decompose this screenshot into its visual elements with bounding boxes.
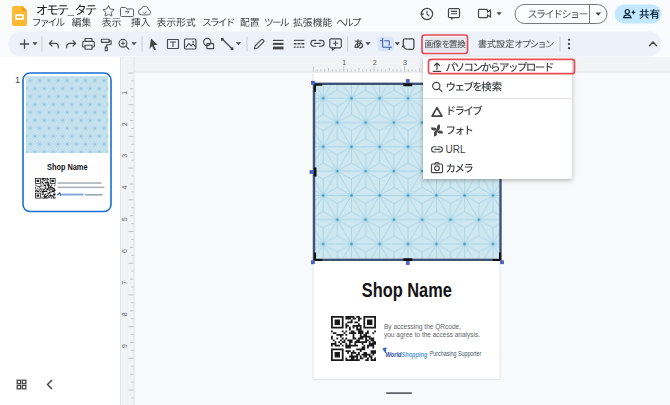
svg-text:you agree to the access analys: you agree to the access analysis. [384, 330, 480, 339]
svg-text:3: 3 [121, 154, 128, 158]
svg-text:4: 4 [121, 186, 128, 190]
svg-text:3: 3 [403, 59, 407, 66]
svg-text:6: 6 [121, 249, 128, 253]
svg-text:8: 8 [121, 312, 128, 316]
svg-text:2: 2 [121, 122, 128, 126]
svg-text:Purchasing Supporter: Purchasing Supporter [430, 350, 482, 358]
svg-text:1: 1 [342, 59, 346, 66]
svg-text:WorldShopping: WorldShopping [386, 350, 428, 359]
svg-text:5: 5 [121, 217, 128, 221]
svg-text:2: 2 [373, 59, 377, 66]
svg-text:Shop Name: Shop Name [47, 162, 88, 172]
svg-text:9: 9 [121, 344, 128, 348]
svg-text:1: 1 [121, 90, 128, 94]
svg-text:URL: URL [446, 144, 466, 155]
svg-text:Shop Name: Shop Name [362, 279, 452, 301]
svg-text:7: 7 [121, 281, 128, 285]
svg-text:1: 1 [15, 75, 20, 85]
